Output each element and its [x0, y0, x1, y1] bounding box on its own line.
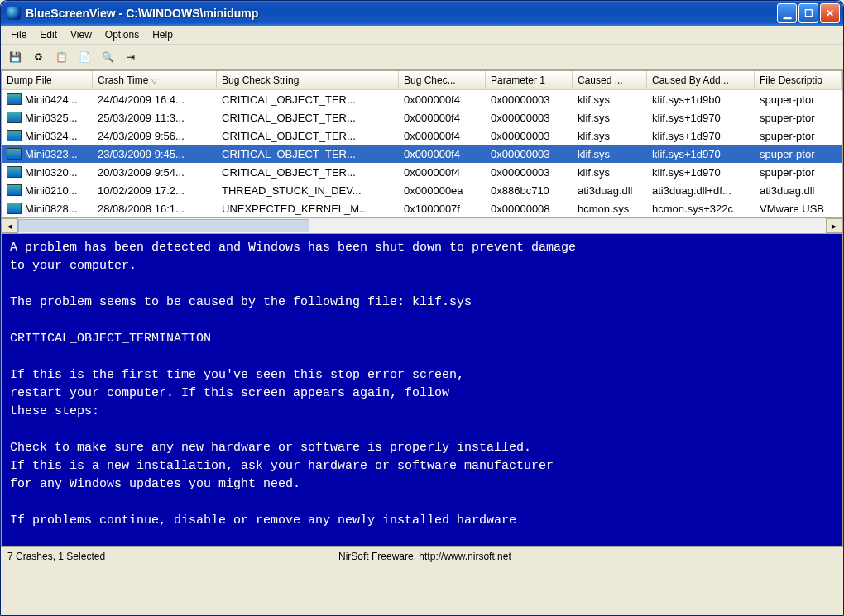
col-caused-by[interactable]: Caused ... — [573, 71, 647, 89]
cell: 0x1000007f — [399, 201, 486, 217]
status-left: 7 Crashes, 1 Selected — [7, 551, 338, 562]
cell: CRITICAL_OBJECT_TER... — [217, 110, 399, 126]
menubar: File Edit View Options Help — [1, 26, 843, 45]
cell: 0x00000003 — [486, 165, 573, 180]
cell: Mini0323... — [2, 146, 93, 162]
table-row[interactable]: Mini0324...24/03/2009 9:56...CRITICAL_OB… — [2, 127, 842, 145]
cell: 28/08/2008 16:1... — [93, 201, 217, 217]
col-crash-time[interactable]: Crash Time▽ — [93, 71, 217, 89]
cell: 24/03/2009 9:56... — [93, 128, 217, 144]
statusbar: 7 Crashes, 1 Selected NirSoft Freeware. … — [1, 547, 843, 566]
properties-icon[interactable]: 📄 — [75, 48, 94, 66]
dump-file-icon — [7, 148, 22, 160]
cell: UNEXPECTED_KERNEL_M... — [217, 201, 399, 217]
crash-list: Dump File Crash Time▽ Bug Check String B… — [1, 70, 843, 218]
cell: Mini0210... — [2, 183, 93, 198]
refresh-icon[interactable]: ♻ — [29, 48, 47, 66]
find-icon[interactable]: 🔍 — [98, 48, 117, 66]
col-dump-file[interactable]: Dump File — [2, 71, 93, 89]
cell: Mini0424... — [2, 92, 93, 107]
scroll-track[interactable] — [18, 219, 826, 232]
close-button[interactable]: ✕ — [820, 3, 840, 23]
exit-icon[interactable]: ⇥ — [122, 48, 140, 66]
cell: CRITICAL_OBJECT_TER... — [217, 128, 399, 144]
cell: 0x000000f4 — [399, 110, 486, 126]
cell: VMware USB — [755, 201, 842, 217]
cell: 0x00000003 — [486, 110, 573, 126]
cell: THREAD_STUCK_IN_DEV... — [217, 183, 399, 198]
menu-edit[interactable]: Edit — [33, 27, 64, 42]
cell: ati3duag.dll+df... — [647, 183, 755, 198]
cell: 25/03/2009 11:3... — [93, 110, 217, 126]
horizontal-scrollbar[interactable]: ◄ ► — [1, 218, 843, 234]
list-body: Mini0424...24/04/2009 16:4...CRITICAL_OB… — [2, 90, 842, 217]
cell: klif.sys — [573, 165, 647, 180]
cell: klif.sys+1d9b0 — [647, 92, 755, 107]
cell: ati3duag.dll — [755, 183, 842, 198]
menu-file[interactable]: File — [4, 27, 33, 42]
dump-file-icon — [7, 93, 22, 105]
cell: 0x000000f4 — [399, 92, 486, 107]
list-header: Dump File Crash Time▽ Bug Check String B… — [2, 71, 842, 90]
menu-help[interactable]: Help — [146, 27, 180, 42]
table-row[interactable]: Mini0323...23/03/2009 9:45...CRITICAL_OB… — [2, 145, 842, 163]
cell: klif.sys+1d970 — [647, 146, 755, 162]
dump-file-icon — [7, 130, 22, 141]
cell: 0x000000f4 — [399, 146, 486, 162]
cell: 23/03/2009 9:45... — [93, 146, 217, 162]
col-parameter-1[interactable]: Parameter 1 — [486, 71, 573, 89]
cell: klif.sys+1d970 — [647, 128, 755, 144]
menu-view[interactable]: View — [64, 27, 98, 42]
cell: spuper-ptor — [755, 165, 842, 180]
scroll-right-icon[interactable]: ► — [826, 218, 842, 233]
copy-icon[interactable]: 📋 — [52, 48, 70, 66]
maximize-button[interactable]: ☐ — [798, 3, 818, 23]
scroll-left-icon[interactable]: ◄ — [2, 218, 18, 233]
cell: 0x886bc710 — [486, 183, 573, 198]
table-row[interactable]: Mini0828...28/08/2008 16:1...UNEXPECTED_… — [2, 199, 842, 217]
cell: klif.sys+1d970 — [647, 165, 755, 180]
cell: spuper-ptor — [755, 128, 842, 144]
cell: 0x00000008 — [486, 201, 573, 217]
table-row[interactable]: Mini0210...10/02/2009 17:2...THREAD_STUC… — [2, 181, 842, 199]
save-icon[interactable]: 💾 — [6, 48, 24, 66]
toolbar: 💾 ♻ 📋 📄 🔍 ⇥ — [1, 45, 843, 70]
menu-options[interactable]: Options — [98, 27, 146, 42]
cell: 0x00000003 — [486, 92, 573, 107]
cell: 24/04/2009 16:4... — [93, 92, 217, 107]
table-row[interactable]: Mini0325...25/03/2009 11:3...CRITICAL_OB… — [2, 108, 842, 127]
cell: spuper-ptor — [755, 110, 842, 126]
cell: klif.sys+1d970 — [647, 110, 755, 126]
cell: 0x000000ea — [399, 183, 486, 198]
cell: Mini0325... — [2, 110, 93, 126]
table-row[interactable]: Mini0320...20/03/2009 9:54...CRITICAL_OB… — [2, 163, 842, 181]
titlebar[interactable]: BlueScreenView - C:\WINDOWS\minidump ▁ ☐… — [1, 1, 843, 26]
app-icon — [7, 7, 21, 20]
dump-file-icon — [7, 184, 22, 196]
cell: spuper-ptor — [755, 146, 842, 162]
cell: CRITICAL_OBJECT_TER... — [217, 165, 399, 180]
table-row[interactable]: Mini0424...24/04/2009 16:4...CRITICAL_OB… — [2, 90, 842, 108]
col-bug-check-string[interactable]: Bug Check String — [217, 71, 399, 89]
window-title: BlueScreenView - C:\WINDOWS\minidump — [26, 7, 777, 20]
cell: klif.sys — [573, 128, 647, 144]
cell: ati3duag.dll — [573, 183, 647, 198]
cell: CRITICAL_OBJECT_TER... — [217, 146, 399, 162]
col-label: Crash Time — [98, 74, 148, 86]
cell: klif.sys — [573, 146, 647, 162]
cell: CRITICAL_OBJECT_TER... — [217, 92, 399, 107]
dump-file-icon — [7, 166, 22, 178]
cell: 0x00000003 — [486, 128, 573, 144]
cell: Mini0324... — [2, 128, 93, 144]
cell: klif.sys — [573, 92, 647, 107]
cell: 0x000000f4 — [399, 165, 486, 180]
col-file-description[interactable]: File Descriptio — [755, 71, 842, 89]
col-caused-by-addr[interactable]: Caused By Add... — [647, 71, 755, 89]
scroll-thumb[interactable] — [18, 219, 309, 232]
cell: 0x000000f4 — [399, 128, 486, 144]
col-bug-check-code[interactable]: Bug Chec... — [399, 71, 486, 89]
app-window: BlueScreenView - C:\WINDOWS\minidump ▁ ☐… — [0, 0, 844, 616]
bsod-preview[interactable]: A problem has been detected and Windows … — [1, 234, 843, 547]
cell: spuper-ptor — [755, 92, 842, 107]
minimize-button[interactable]: ▁ — [777, 3, 797, 23]
